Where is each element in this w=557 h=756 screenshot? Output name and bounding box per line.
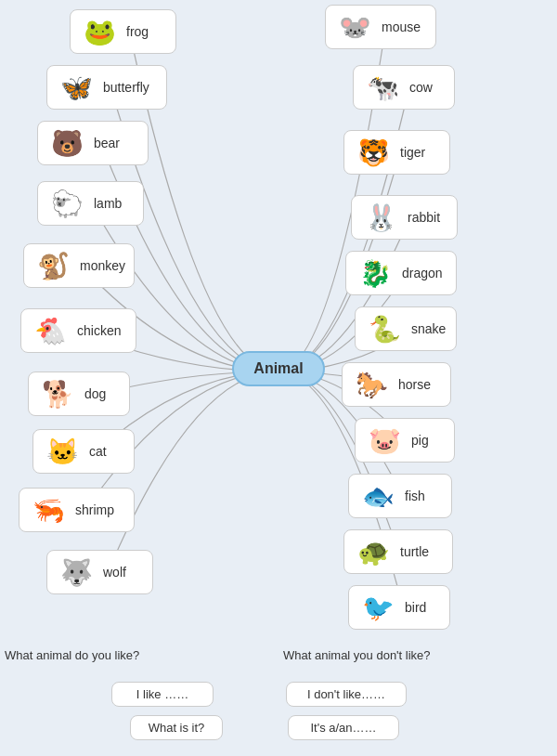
- animal-card-cat: 🐱 cat: [32, 429, 135, 474]
- fish-label: fish: [401, 489, 425, 503]
- animal-card-snake: 🐍 snake: [355, 306, 457, 351]
- rabbit-icon: 🐰: [357, 199, 404, 236]
- rabbit-label: rabbit: [404, 210, 440, 225]
- animal-card-tiger: 🐯 tiger: [343, 130, 450, 175]
- animal-card-bird: 🐦 bird: [348, 585, 450, 630]
- animal-card-dog: 🐕 dog: [28, 371, 130, 416]
- animal-card-butterfly: 🦋 butterfly: [46, 65, 167, 110]
- dragon-icon: 🐉: [352, 254, 398, 292]
- lamb-label: lamb: [90, 196, 122, 211]
- animal-card-turtle: 🐢 turtle: [343, 529, 453, 574]
- frog-icon: 🐸: [76, 13, 123, 50]
- animal-card-bear: 🐻 bear: [37, 121, 149, 165]
- tiger-label: tiger: [396, 145, 425, 160]
- animal-card-wolf: 🐺 wolf: [46, 550, 153, 594]
- butterfly-icon: 🦋: [53, 69, 99, 106]
- answer-what-is-it: What is it?: [130, 715, 223, 740]
- butterfly-label: butterfly: [99, 80, 149, 95]
- snake-label: snake: [408, 321, 446, 336]
- question-like: What animal do you like?: [5, 648, 139, 662]
- bear-icon: 🐻: [44, 124, 90, 162]
- wolf-label: wolf: [99, 565, 126, 580]
- animal-card-cow: 🐄 cow: [353, 65, 455, 110]
- animal-card-chicken: 🐔 chicken: [20, 308, 136, 353]
- answer-i-like: I like ……: [111, 682, 214, 707]
- shrimp-label: shrimp: [71, 502, 114, 517]
- animal-card-frog: 🐸 frog: [70, 9, 176, 54]
- animal-card-fish: 🐟 fish: [348, 474, 452, 518]
- center-node: Animal: [232, 351, 325, 386]
- fish-icon: 🐟: [355, 477, 401, 515]
- lamb-icon: 🐑: [44, 185, 90, 222]
- animal-card-shrimp: 🦐 shrimp: [19, 488, 135, 532]
- answer-dont-like: I don't like……: [286, 682, 407, 707]
- bear-label: bear: [90, 136, 120, 150]
- mouse-icon: 🐭: [331, 8, 378, 46]
- monkey-label: monkey: [76, 258, 125, 273]
- bird-label: bird: [401, 600, 426, 615]
- cow-label: cow: [406, 80, 433, 95]
- shrimp-icon: 🦐: [25, 491, 71, 528]
- horse-label: horse: [395, 377, 431, 392]
- chicken-label: chicken: [73, 323, 121, 338]
- turtle-icon: 🐢: [350, 533, 396, 570]
- bird-icon: 🐦: [355, 589, 401, 626]
- snake-icon: 🐍: [361, 310, 408, 347]
- question-dont-like: What animal you don't like?: [283, 648, 431, 662]
- cow-icon: 🐄: [359, 69, 406, 106]
- animal-card-mouse: 🐭 mouse: [325, 5, 436, 49]
- animal-card-dragon: 🐉 dragon: [345, 251, 457, 295]
- animal-card-monkey: 🐒 monkey: [23, 243, 135, 288]
- monkey-icon: 🐒: [30, 247, 76, 284]
- dog-label: dog: [81, 386, 106, 401]
- dragon-label: dragon: [398, 266, 443, 280]
- animal-card-pig: 🐷 pig: [355, 418, 455, 463]
- frog-label: frog: [123, 24, 149, 39]
- tiger-icon: 🐯: [350, 134, 396, 171]
- cat-label: cat: [85, 444, 107, 459]
- animal-card-rabbit: 🐰 rabbit: [351, 195, 458, 240]
- animal-card-horse: 🐎 horse: [342, 362, 451, 407]
- horse-icon: 🐎: [348, 366, 395, 403]
- turtle-label: turtle: [396, 544, 429, 559]
- cat-icon: 🐱: [39, 433, 85, 470]
- answer-its-aan: It's a/an……: [288, 715, 399, 740]
- pig-label: pig: [408, 433, 429, 448]
- animal-card-lamb: 🐑 lamb: [37, 181, 144, 226]
- dog-icon: 🐕: [34, 375, 81, 412]
- wolf-icon: 🐺: [53, 554, 99, 591]
- mouse-label: mouse: [378, 20, 421, 34]
- pig-icon: 🐷: [361, 422, 408, 459]
- chicken-icon: 🐔: [27, 312, 73, 349]
